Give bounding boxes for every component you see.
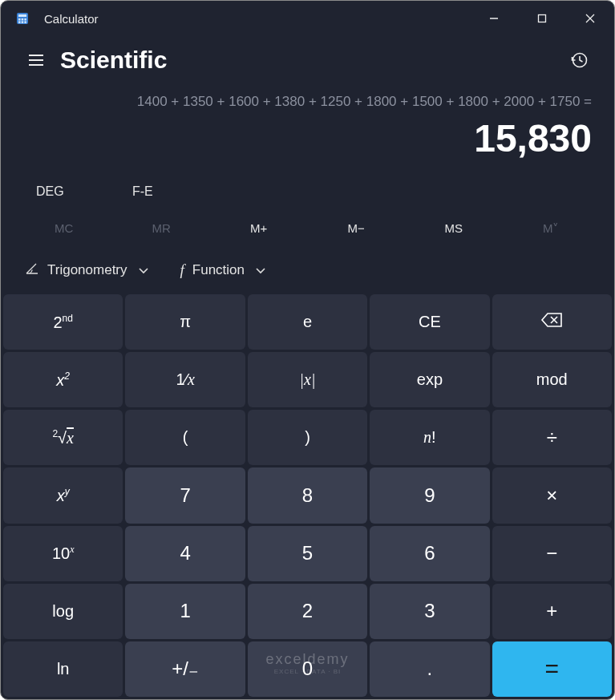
memory-store-button[interactable]: MS: [405, 213, 503, 244]
function-label: Function: [192, 262, 245, 278]
digit-2-key[interactable]: 2: [248, 584, 367, 639]
multiply-key[interactable]: ×: [492, 467, 612, 523]
window-controls: [470, 1, 614, 36]
digit-6-key[interactable]: 6: [370, 526, 489, 581]
exp-key[interactable]: exp: [370, 352, 489, 407]
memory-recall-button[interactable]: MR: [113, 213, 211, 244]
maximize-button[interactable]: [518, 1, 566, 36]
svg-rect-1: [18, 14, 26, 17]
power-key[interactable]: xy: [3, 467, 123, 523]
digit-0-key[interactable]: 0: [248, 641, 367, 697]
digit-9-key[interactable]: 9: [370, 467, 489, 523]
clear-entry-key[interactable]: CE: [370, 294, 489, 350]
memory-list-button[interactable]: M˅: [503, 213, 601, 244]
memory-clear-button[interactable]: MC: [15, 213, 113, 244]
digit-7-key[interactable]: 7: [125, 467, 245, 523]
fe-button[interactable]: F-E: [111, 176, 208, 207]
subtract-key[interactable]: −: [492, 526, 612, 581]
svg-rect-2: [18, 18, 21, 21]
hamburger-menu-button[interactable]: [20, 44, 52, 76]
square-key[interactable]: x2: [3, 352, 123, 407]
result-display[interactable]: 15,830: [1, 110, 614, 173]
memory-plus-button[interactable]: M+: [210, 213, 308, 244]
memory-row: MC MR M+ M− MS M˅: [1, 210, 614, 247]
trigonometry-label: Trigonometry: [47, 262, 127, 278]
digit-5-key[interactable]: 5: [248, 526, 367, 581]
digit-8-key[interactable]: 8: [248, 467, 367, 523]
divide-key[interactable]: ÷: [492, 410, 612, 465]
reciprocal-key[interactable]: 1⁄x: [125, 352, 245, 407]
log-key[interactable]: log: [3, 584, 123, 639]
backspace-icon: [540, 312, 563, 332]
chevron-down-icon: [256, 262, 265, 278]
function-icon: f: [180, 261, 184, 279]
digit-4-key[interactable]: 4: [125, 526, 245, 581]
dropdown-row: Trigonometry f Function: [1, 247, 614, 292]
trigonometry-dropdown[interactable]: Trigonometry: [18, 257, 155, 284]
root-key[interactable]: 2√x: [3, 410, 123, 465]
svg-rect-5: [18, 21, 21, 23]
factorial-key[interactable]: n!: [370, 410, 489, 465]
ten-power-key[interactable]: 10x: [3, 526, 123, 581]
absolute-key[interactable]: |x|: [248, 352, 367, 407]
digit-1-key[interactable]: 1: [125, 584, 245, 639]
rparen-key[interactable]: ): [248, 410, 367, 465]
expression-display: 1400 + 1350 + 1600 + 1380 + 1250 + 1800 …: [1, 83, 614, 110]
svg-rect-9: [539, 15, 546, 22]
titlebar: Calculator: [1, 1, 614, 36]
svg-rect-3: [22, 18, 24, 21]
decimal-key[interactable]: .: [370, 641, 489, 697]
close-button[interactable]: [566, 1, 614, 36]
mod-key[interactable]: mod: [492, 352, 612, 407]
history-button[interactable]: [563, 44, 595, 76]
mode-title: Scientific: [60, 47, 167, 74]
ln-key[interactable]: ln: [3, 641, 123, 697]
e-key[interactable]: e: [248, 294, 367, 350]
app-title: Calculator: [44, 12, 99, 26]
angle-mode-row: DEG F-E: [1, 173, 614, 210]
keypad: 2nd π e CE x2 1⁄x |x| exp mod 2√x ( ) n!…: [1, 292, 614, 699]
deg-button[interactable]: DEG: [15, 176, 111, 207]
svg-rect-4: [24, 18, 26, 21]
equals-key[interactable]: =: [492, 641, 612, 697]
header: Scientific: [1, 36, 614, 83]
second-key[interactable]: 2nd: [3, 294, 123, 350]
pi-key[interactable]: π: [125, 294, 245, 350]
chevron-down-icon: [139, 262, 148, 278]
minimize-button[interactable]: [470, 1, 518, 36]
lparen-key[interactable]: (: [125, 410, 245, 465]
svg-rect-6: [22, 21, 24, 23]
calculator-icon: [15, 11, 30, 26]
add-key[interactable]: +: [492, 584, 612, 639]
memory-minus-button[interactable]: M−: [308, 213, 406, 244]
app-window: Calculator Scientific 1400 + 1350 + 1600…: [0, 0, 615, 700]
angle-icon: [25, 262, 39, 279]
digit-3-key[interactable]: 3: [370, 584, 489, 639]
negate-key[interactable]: +/₋: [125, 641, 245, 697]
backspace-key[interactable]: [492, 294, 612, 350]
svg-rect-7: [24, 21, 26, 23]
function-dropdown[interactable]: f Function: [174, 257, 272, 284]
